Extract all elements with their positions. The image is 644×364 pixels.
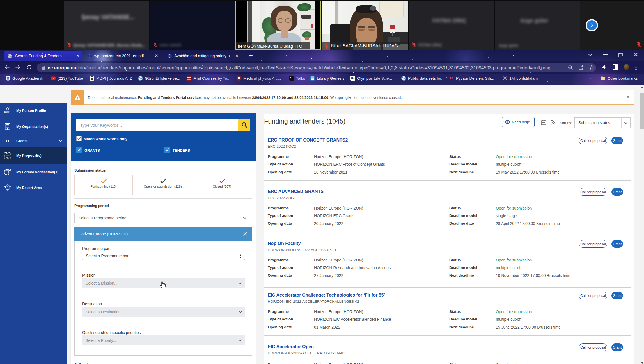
svg-text:BETA: BETA [5,111,9,113]
svg-text:?: ? [6,186,8,188]
